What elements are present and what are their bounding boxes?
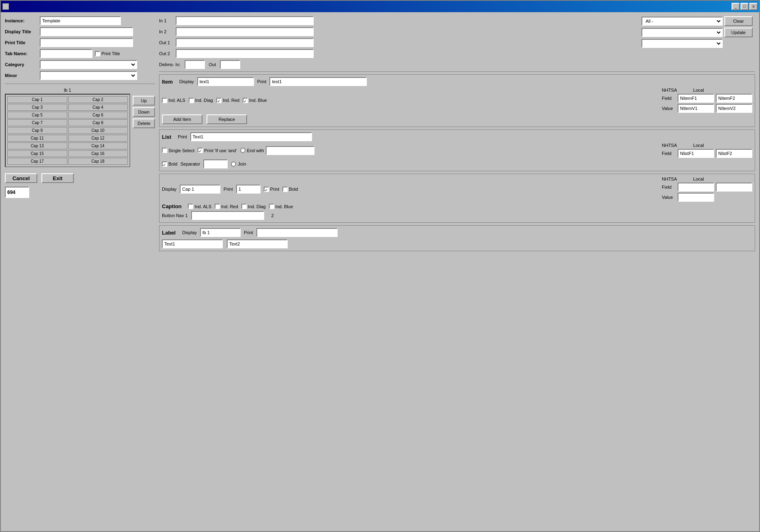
- out2-input[interactable]: [176, 49, 314, 58]
- tab-name-input[interactable]: [40, 49, 93, 58]
- caption-print-checkbox-label: Print: [270, 187, 280, 192]
- caption-nhtsa-label: NHTSA: [662, 177, 677, 181]
- ind-red-item: Ind. Red: [216, 98, 240, 103]
- close-button[interactable]: X: [749, 3, 758, 10]
- ind-diag-checkbox[interactable]: [189, 98, 194, 103]
- join-radio[interactable]: [231, 162, 236, 167]
- caption-bold-item: Bold: [282, 187, 298, 192]
- cap2[interactable]: Cap 2: [68, 96, 128, 103]
- label-text2-input[interactable]: [227, 239, 288, 248]
- dropdown3[interactable]: [642, 39, 723, 48]
- print-title-input[interactable]: [40, 38, 133, 47]
- item-field1-input[interactable]: [678, 94, 714, 103]
- list-local-label: Local: [693, 143, 704, 148]
- caption-print-input[interactable]: [236, 185, 261, 194]
- up-button[interactable]: Up: [133, 96, 155, 106]
- item-display-input[interactable]: [197, 77, 254, 86]
- cap12[interactable]: Cap 12: [68, 135, 128, 142]
- maximize-button[interactable]: □: [741, 3, 749, 10]
- caption-ind-blue-item: Ind. Blue: [269, 204, 293, 209]
- replace-button[interactable]: Replace: [207, 114, 247, 124]
- in2-input[interactable]: [176, 27, 314, 36]
- display-title-input[interactable]: [40, 27, 133, 36]
- item-field2-input[interactable]: [716, 94, 752, 103]
- cap6[interactable]: Cap 6: [68, 112, 128, 118]
- end-with-radio[interactable]: [240, 148, 245, 153]
- end-with-input[interactable]: [266, 146, 314, 155]
- cap16[interactable]: Cap 16: [68, 150, 128, 157]
- out1-input[interactable]: [176, 38, 314, 47]
- cap7[interactable]: Cap 7: [7, 119, 67, 126]
- dropdown2[interactable]: [642, 28, 723, 37]
- add-item-button[interactable]: Add Item: [162, 114, 202, 124]
- print-title-checkbox[interactable]: [95, 51, 100, 56]
- list-field1-input[interactable]: [678, 149, 714, 158]
- cap14[interactable]: Cap 14: [68, 142, 128, 149]
- lb-label: lb 1: [5, 88, 130, 93]
- side-buttons: Up Down Delete: [133, 88, 155, 167]
- single-select-checkbox[interactable]: [162, 148, 167, 153]
- separator-input[interactable]: [203, 159, 228, 168]
- delete-button[interactable]: Delete: [133, 118, 155, 128]
- ind-red-checkbox[interactable]: [216, 98, 222, 103]
- instance-input[interactable]: [40, 16, 121, 25]
- button-nav-input[interactable]: [191, 211, 264, 220]
- all-dropdown[interactable]: All -: [642, 17, 723, 26]
- cap10[interactable]: Cap 10: [68, 127, 128, 134]
- ind-blue-label: Ind. Blue: [249, 98, 267, 103]
- bold-checkbox[interactable]: [162, 162, 167, 167]
- delims-out-input[interactable]: [220, 60, 240, 69]
- cancel-button[interactable]: Cancel: [5, 173, 37, 183]
- out2-label: Out 2: [159, 51, 173, 56]
- minor-select[interactable]: [40, 71, 137, 80]
- caption-value-input[interactable]: [678, 193, 714, 202]
- cap13[interactable]: Cap 13: [7, 142, 67, 149]
- caption-bold-checkbox[interactable]: [282, 187, 288, 192]
- cap9[interactable]: Cap 9: [7, 127, 67, 134]
- list-field-label: Field: [662, 151, 676, 156]
- cap18[interactable]: Cap 18: [68, 158, 128, 165]
- label-print-input[interactable]: [256, 228, 338, 237]
- item-print-input[interactable]: [269, 77, 367, 86]
- item-title: Item: [162, 79, 173, 85]
- caption-field1-input[interactable]: [678, 183, 714, 192]
- cap4[interactable]: Cap 4: [68, 104, 128, 111]
- caption-ind-blue-checkbox[interactable]: [269, 204, 274, 209]
- cap8[interactable]: Cap 8: [68, 119, 128, 126]
- list-field2-input[interactable]: [716, 149, 752, 158]
- clear-button[interactable]: Clear: [724, 16, 753, 26]
- minimize-button[interactable]: _: [732, 3, 740, 10]
- cap15[interactable]: Cap 15: [7, 150, 67, 157]
- ind-als-checkbox[interactable]: [162, 98, 167, 103]
- caption-print-checkbox[interactable]: [264, 187, 269, 192]
- delims-label: Delims- In:: [159, 62, 181, 67]
- down-button[interactable]: Down: [133, 107, 155, 117]
- list-print-input[interactable]: [190, 132, 312, 141]
- cap17[interactable]: Cap 17: [7, 158, 67, 165]
- in1-input[interactable]: [176, 16, 314, 25]
- delims-in-input[interactable]: [185, 60, 205, 69]
- label-display-input[interactable]: [200, 228, 241, 237]
- cap3[interactable]: Cap 3: [7, 104, 67, 111]
- ind-blue-checkbox[interactable]: [243, 98, 248, 103]
- cap11[interactable]: Cap 11: [7, 135, 67, 142]
- caption-value-label: Value: [662, 195, 676, 200]
- cap5[interactable]: Cap 5: [7, 112, 67, 118]
- print-use-and-checkbox[interactable]: [198, 148, 203, 153]
- update-button[interactable]: Update: [724, 28, 753, 37]
- cap1[interactable]: Cap 1: [7, 96, 67, 103]
- item-value2-input[interactable]: [716, 104, 752, 113]
- list-field-row: Field: [662, 149, 752, 158]
- number-box: 694: [5, 187, 29, 198]
- caption-display-input[interactable]: [180, 185, 220, 194]
- exit-button[interactable]: Exit: [41, 173, 74, 183]
- category-select[interactable]: [40, 60, 137, 69]
- caption-field2-input[interactable]: [716, 183, 752, 192]
- caption-ind-diag-checkbox[interactable]: [241, 204, 247, 209]
- item-value1-input[interactable]: [678, 104, 714, 113]
- list-nhtsa-label: NHTSA: [662, 143, 677, 148]
- caption-ind-als-checkbox[interactable]: [188, 204, 193, 209]
- app-icon: [2, 3, 9, 10]
- label-text1-input[interactable]: [162, 239, 223, 248]
- caption-ind-red-checkbox[interactable]: [215, 204, 220, 209]
